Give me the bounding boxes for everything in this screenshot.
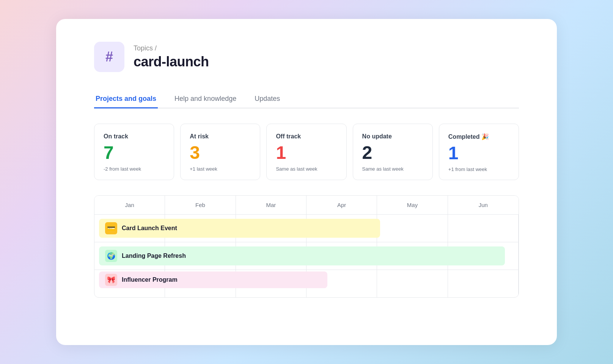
no-update-number: 2 (362, 143, 423, 163)
off-track-number: 1 (276, 143, 337, 163)
gantt-chart: Jan Feb Mar Apr May Jun 💳 Card Launch Ev… (94, 195, 519, 298)
completed-sub: +1 from last week (448, 166, 509, 172)
status-card-on-track: On track 7 -2 from last week (94, 124, 174, 180)
tab-bar: Projects and goals Help and knowledge Up… (94, 90, 519, 108)
gantt-bar-landing-page[interactable]: 🌍 Landing Page Refresh (99, 246, 505, 265)
off-track-label: Off track (276, 133, 337, 140)
tab-help-and-knowledge[interactable]: Help and knowledge (173, 90, 238, 108)
status-card-off-track: Off track 1 Same as last week (266, 124, 346, 180)
on-track-sub: -2 from last week (104, 166, 165, 172)
landing-page-icon: 🌍 (105, 250, 117, 262)
landing-page-label: Landing Page Refresh (122, 253, 186, 259)
header: # Topics / card-launch (94, 42, 519, 72)
gantt-row-influencer[interactable]: 🎀 Influencer Program (94, 270, 519, 297)
gantt-col-apr: Apr (306, 196, 377, 214)
at-risk-sub: +1 last week (190, 166, 251, 172)
card-launch-icon: 💳 (105, 222, 117, 234)
gantt-col-feb: Feb (165, 196, 236, 214)
completed-number: 1 (448, 143, 509, 163)
no-update-label: No update (362, 133, 423, 140)
gantt-row-landing-page[interactable]: 🌍 Landing Page Refresh (94, 242, 519, 270)
gantt-col-jun: Jun (448, 196, 519, 214)
on-track-label: On track (104, 133, 165, 140)
gantt-bar-influencer[interactable]: 🎀 Influencer Program (99, 271, 327, 288)
gantt-bar-card-launch[interactable]: 💳 Card Launch Event (99, 219, 380, 238)
influencer-label: Influencer Program (122, 276, 178, 283)
topic-icon: # (94, 42, 124, 72)
at-risk-number: 3 (190, 143, 251, 163)
gantt-col-jan: Jan (94, 196, 165, 214)
status-card-completed: Completed 🎉 1 +1 from last week (439, 124, 519, 180)
tab-projects-and-goals[interactable]: Projects and goals (94, 90, 158, 108)
gantt-col-mar: Mar (236, 196, 306, 214)
header-text: Topics / card-launch (134, 44, 209, 70)
status-card-at-risk: At risk 3 +1 last week (180, 124, 260, 180)
off-track-sub: Same as last week (276, 166, 337, 172)
gantt-col-may: May (377, 196, 448, 214)
on-track-number: 7 (104, 143, 165, 163)
completed-label: Completed 🎉 (448, 133, 509, 140)
influencer-icon: 🎀 (105, 274, 117, 286)
status-cards: On track 7 -2 from last week At risk 3 +… (94, 124, 519, 180)
card-launch-label: Card Launch Event (122, 225, 177, 232)
gantt-row-card-launch[interactable]: 💳 Card Launch Event (94, 215, 519, 242)
gantt-header: Jan Feb Mar Apr May Jun (94, 196, 519, 215)
at-risk-label: At risk (190, 133, 251, 140)
breadcrumb: Topics / (134, 44, 209, 52)
status-card-no-update: No update 2 Same as last week (353, 124, 433, 180)
tab-updates[interactable]: Updates (253, 90, 281, 108)
page-title: card-launch (134, 54, 209, 70)
no-update-sub: Same as last week (362, 166, 423, 172)
main-card: # Topics / card-launch Projects and goal… (56, 19, 557, 345)
